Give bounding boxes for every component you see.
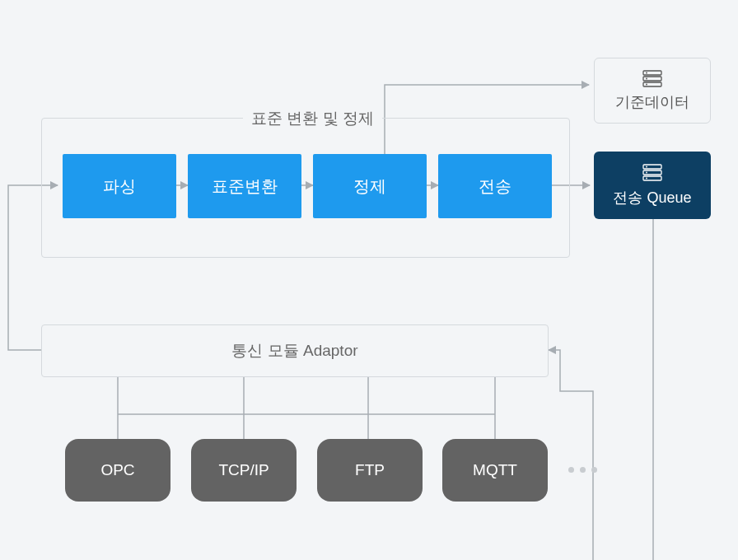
stage-clean: 정제 <box>313 154 427 218</box>
node-reference-data: 기준데이터 <box>594 58 711 124</box>
svg-point-3 <box>646 72 647 74</box>
node-transfer-queue-label: 전송 Queue <box>613 188 691 208</box>
protocol-tcpip: TCP/IP <box>191 439 297 502</box>
svg-point-10 <box>646 172 647 174</box>
svg-point-5 <box>646 84 647 86</box>
svg-point-9 <box>646 166 647 168</box>
stage-send: 전송 <box>438 154 552 218</box>
server-icon <box>640 69 665 89</box>
protocol-mqtt: MQTT <box>442 439 548 502</box>
group-std-transform-title: 표준 변환 및 정제 <box>243 108 382 129</box>
more-icon <box>568 467 597 473</box>
group-adaptor-title: 통신 모듈 Adaptor <box>231 340 357 362</box>
group-adaptor: 통신 모듈 Adaptor <box>41 324 549 377</box>
node-transfer-queue: 전송 Queue <box>594 152 711 219</box>
protocol-opc: OPC <box>65 439 170 502</box>
protocol-ftp: FTP <box>317 439 423 502</box>
svg-point-11 <box>646 178 647 180</box>
stage-parse: 파싱 <box>63 154 176 218</box>
server-icon <box>640 163 665 183</box>
node-reference-data-label: 기준데이터 <box>615 92 689 112</box>
svg-point-4 <box>646 78 647 80</box>
stage-std: 표준변환 <box>188 154 301 218</box>
